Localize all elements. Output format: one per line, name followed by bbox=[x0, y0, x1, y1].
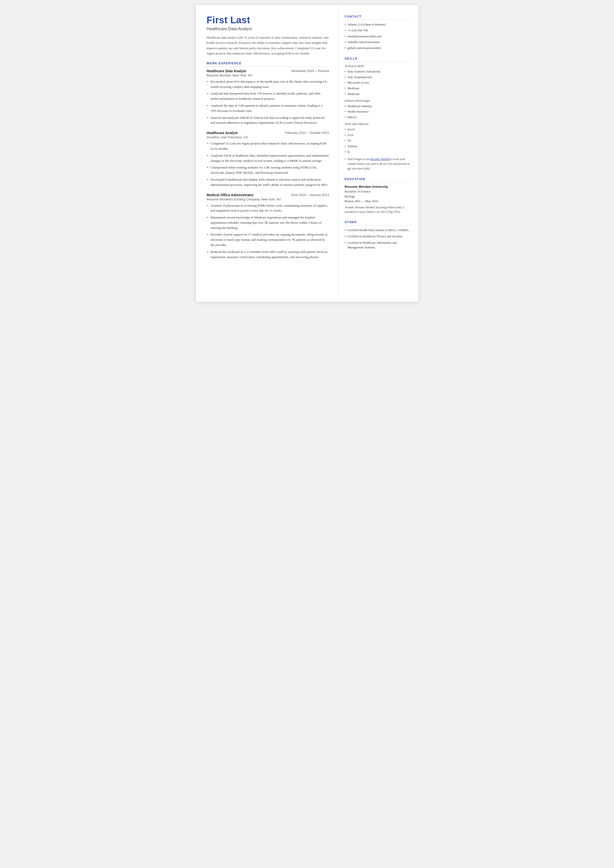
contact-email: email@resumeworded.com bbox=[345, 34, 411, 39]
skill-item: Medicare bbox=[345, 86, 411, 91]
left-column: First Last Healthcare Data Analyst Healt… bbox=[196, 5, 338, 302]
skill-item: HIPAA bbox=[345, 115, 411, 120]
job-2-header: Healthcare Analyst February 2013 – Octob… bbox=[207, 131, 329, 135]
skill-item: Medicaid bbox=[345, 92, 411, 96]
skills-section: SKILLS Technical Skills: Data Analysis (… bbox=[345, 57, 411, 171]
degree-location: Boston, MA — May 2010 bbox=[345, 199, 378, 203]
edu-awards: Awards: Resume Worded Teaching Fellow (o… bbox=[345, 205, 411, 214]
work-experience-header: WORK EXPERIENCE bbox=[207, 62, 329, 67]
skill-item: R bbox=[345, 150, 411, 154]
job-1-header: Healthcare Data Analyst November 2015 – … bbox=[207, 69, 329, 73]
bullet-item: Assisted 19 physicians in reviewing EMRs… bbox=[207, 203, 329, 214]
edu-degree: Bachelor of Science Biology Boston, MA —… bbox=[345, 189, 411, 203]
summary: Healthcare data analyst with 10 years of… bbox=[207, 35, 329, 56]
other-section: OTHER Certified Health Data Analyst (CHD… bbox=[345, 220, 411, 250]
job-2-title: Healthcare Analyst bbox=[207, 131, 238, 135]
other-header: OTHER bbox=[345, 220, 411, 225]
bullet-item: Analyzed and interpreted data from 159 s… bbox=[207, 91, 329, 101]
contact-list: Atlanta, GA (Open to Remote) +1-234-456-… bbox=[345, 22, 411, 50]
skills-tip: Don't forget to use Resume Worded to sca… bbox=[345, 157, 411, 171]
contact-linkedin: linkedin.com/in/username bbox=[345, 40, 411, 45]
bullet-item: Analyzed 10GB of healthcare data, identi… bbox=[207, 153, 329, 163]
contact-phone: +1-234-456-789 bbox=[345, 28, 411, 33]
industry-skills-label: Industry Knowledge: bbox=[345, 99, 411, 103]
skill-item: SQL (Experienced) bbox=[345, 75, 411, 80]
other-item: Certified in Healthcare Privacy and Secu… bbox=[345, 234, 411, 239]
job-3-title: Medical Office Administrator bbox=[207, 193, 254, 197]
job-3: Medical Office Administrator June 2010 –… bbox=[207, 193, 329, 260]
tools-skills-label: Tools and Software: bbox=[345, 122, 411, 126]
job-3-dates: June 2010 – January 2013 bbox=[291, 193, 329, 197]
skill-item: SAS bbox=[345, 133, 411, 138]
resume-page: First Last Healthcare Data Analyst Healt… bbox=[196, 5, 419, 302]
contact-location: Atlanta, GA (Open to Remote) bbox=[345, 22, 411, 27]
bullet-item: Completed 15 Lean Six Sigma projects tha… bbox=[207, 141, 329, 151]
tools-skills-list: Excel SAS 5S Tableau R bbox=[345, 127, 411, 154]
contact-github: github.com/resumeworded bbox=[345, 46, 411, 50]
name: First Last bbox=[207, 15, 329, 25]
job-2-dates: February 2013 – October 2015 bbox=[285, 131, 329, 135]
job-2: Healthcare Analyst February 2013 – Octob… bbox=[207, 131, 329, 187]
skill-item: Excel bbox=[345, 127, 411, 132]
job-1: Healthcare Data Analyst November 2015 – … bbox=[207, 69, 329, 126]
job-1-dates: November 2015 – Present bbox=[291, 69, 329, 73]
bullet-item: Analyzed the data of 5.9K patients to id… bbox=[207, 103, 329, 113]
job-3-header: Medical Office Administrator June 2010 –… bbox=[207, 193, 329, 197]
technical-skills-list: Data Analysis (Advanced) SQL (Experience… bbox=[345, 69, 411, 96]
skill-item: Microsoft Access bbox=[345, 81, 411, 85]
skill-item: Healthcare Industry bbox=[345, 104, 411, 109]
edu-school: Resume Worded University bbox=[345, 185, 411, 189]
bullet-item: Reduced the workload on a 15-member fron… bbox=[207, 249, 329, 260]
job-1-company: Resume Worded, New York, NY bbox=[207, 73, 329, 77]
job-2-company: Growthsi, San Francisco, CA bbox=[207, 135, 329, 139]
job-2-bullets: Completed 15 Lean Six Sigma projects tha… bbox=[207, 141, 329, 187]
job-title-header: Healthcare Data Analyst bbox=[207, 26, 329, 31]
bullet-item: Sourced and analyzed 200GB of clinical t… bbox=[207, 115, 329, 126]
job-1-bullets: Reconciled about 91% discrepancy in the … bbox=[207, 79, 329, 126]
bullet-item: Provided clerical support for 17 medical… bbox=[207, 232, 329, 247]
bullet-item: Reconciled about 91% discrepancy in the … bbox=[207, 79, 329, 90]
skill-item: Data Analysis (Advanced) bbox=[345, 69, 411, 74]
right-column: CONTACT Atlanta, GA (Open to Remote) +1-… bbox=[338, 5, 419, 302]
degree-field: Biology bbox=[345, 194, 355, 198]
skill-item: Tableau bbox=[345, 144, 411, 149]
technical-skills-label: Technical Skills: bbox=[345, 64, 411, 68]
resume-worded-link[interactable]: Resume Worded bbox=[370, 157, 390, 161]
job-1-title: Healthcare Data Analyst bbox=[207, 69, 246, 73]
skills-header: SKILLS bbox=[345, 57, 411, 62]
education-section: EDUCATION Resume Worded University Bache… bbox=[345, 177, 411, 214]
job-3-bullets: Assisted 19 physicians in reviewing EMRs… bbox=[207, 203, 329, 260]
bullet-item: Championed online training modules for 1… bbox=[207, 165, 329, 175]
skill-item: Health Insurance bbox=[345, 109, 411, 114]
industry-skills-list: Healthcare Industry Health Insurance HIP… bbox=[345, 104, 411, 120]
bullet-item: Maintained current knowledge of Medicare… bbox=[207, 215, 329, 230]
other-list: Certified Health Data Analyst (CHDA) | A… bbox=[345, 228, 411, 250]
job-3-company: Resume Worded's Exciting Company, New Yo… bbox=[207, 197, 329, 201]
contact-section: CONTACT Atlanta, GA (Open to Remote) +1-… bbox=[345, 15, 411, 50]
education-header: EDUCATION bbox=[345, 177, 411, 182]
degree-name: Bachelor of Science bbox=[345, 189, 371, 193]
other-item: Certified Health Data Analyst (CHDA) | A… bbox=[345, 228, 411, 233]
skill-item: 5S bbox=[345, 138, 411, 143]
contact-header: CONTACT bbox=[345, 15, 411, 20]
bullet-item: Developed 8 dashboards that display KPIs… bbox=[207, 177, 329, 188]
other-item: Certified in Healthcare Information and … bbox=[345, 241, 411, 250]
